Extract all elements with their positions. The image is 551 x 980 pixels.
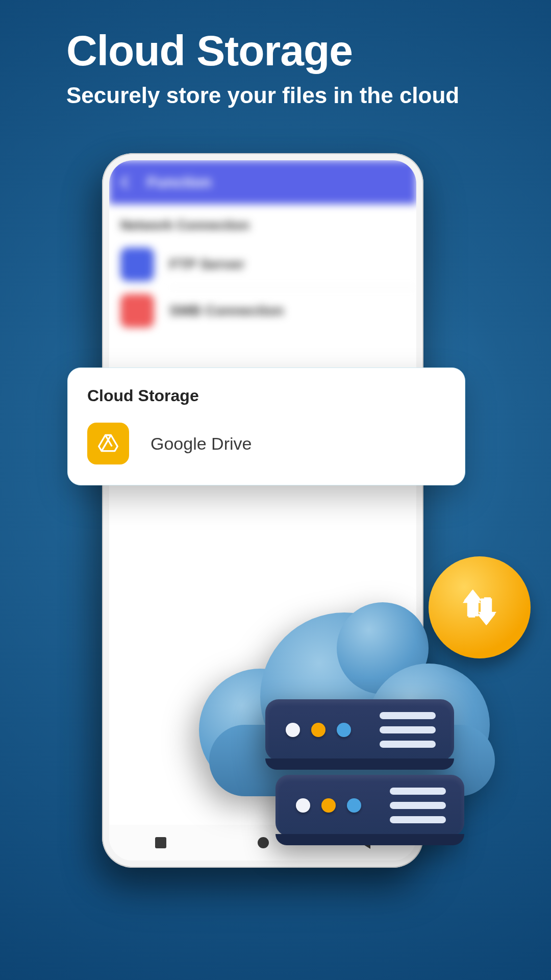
- list-item[interactable]: FTP Server: [109, 241, 416, 287]
- phone-mockup: Function Network Connection FTP Server S…: [102, 153, 423, 868]
- cloud-storage-item-label: Google Drive: [151, 434, 252, 454]
- app-bar: Function: [109, 160, 416, 204]
- smb-icon: [120, 294, 154, 328]
- promo-subtitle: Securely store your files in the cloud: [66, 82, 520, 109]
- sync-arrows-icon: [452, 579, 508, 635]
- cloud-storage-card: Cloud Storage Google Drive: [67, 368, 465, 485]
- app-content-blurred: Function Network Connection FTP Server S…: [109, 160, 416, 861]
- promo-title: Cloud Storage: [66, 28, 520, 73]
- nav-home-icon[interactable]: [258, 837, 269, 848]
- sync-badge: [429, 556, 531, 658]
- cloud-storage-item[interactable]: Google Drive: [87, 423, 445, 464]
- list-item-label: SMB Connection: [169, 303, 284, 319]
- list-item[interactable]: SMB Connection: [109, 288, 416, 334]
- ftp-icon: [120, 248, 154, 281]
- nav-recent-icon[interactable]: [155, 837, 166, 848]
- promo-headline: Cloud Storage Securely store your files …: [66, 28, 520, 109]
- phone-screen: Function Network Connection FTP Server S…: [109, 160, 416, 861]
- app-bar-title: Function: [147, 174, 212, 191]
- list-item-label: FTP Server: [169, 256, 244, 273]
- nav-back-icon[interactable]: [360, 837, 370, 849]
- google-drive-icon: [87, 423, 129, 464]
- back-icon[interactable]: [120, 176, 133, 188]
- card-title: Cloud Storage: [87, 386, 445, 405]
- section-network-title: Network Connection: [109, 204, 416, 241]
- android-nav-bar: [109, 825, 416, 861]
